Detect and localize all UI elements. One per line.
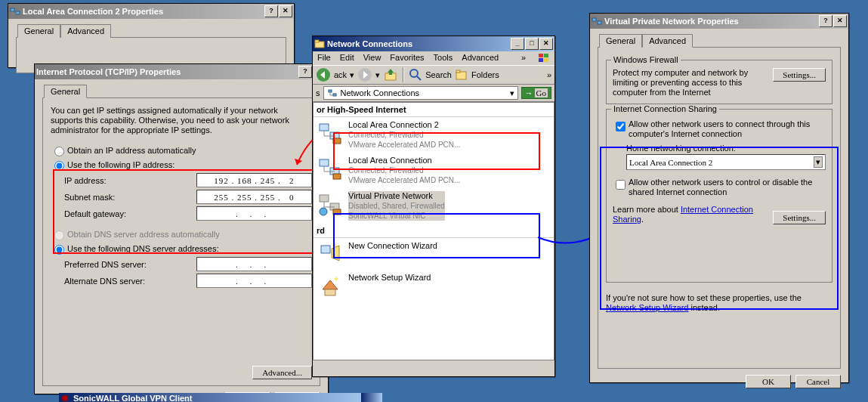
ip-label: IP address:	[64, 176, 196, 185]
use-following-radio[interactable]	[54, 161, 64, 171]
menu-edit[interactable]: Edit	[340, 53, 354, 63]
list-item-new-conn-wizard[interactable]: New Connection Wizard	[314, 238, 554, 270]
help-button[interactable]: ?	[264, 5, 278, 17]
svg-rect-6	[539, 54, 543, 57]
sonicwall-icon	[60, 393, 71, 402]
netconn-titlebar[interactable]: Network Connections _ □ ✕	[313, 36, 554, 51]
ok-button[interactable]: OK	[746, 375, 791, 388]
svg-rect-28	[333, 174, 341, 179]
gateway-label: Default gateway:	[64, 209, 196, 218]
svg-rect-37	[598, 21, 601, 24]
tab-advanced[interactable]: Advanced	[642, 34, 693, 48]
list-item-lac2[interactable]: Local Area Connection 2 Connected, Firew…	[314, 117, 554, 153]
netconn-title: Network Connections	[327, 39, 412, 48]
ics-control-checkbox[interactable]	[616, 180, 626, 190]
up-icon[interactable]	[383, 67, 398, 82]
lac2-window: Local Area Connection 2 Properties ? ✕ G…	[8, 3, 295, 68]
help-button[interactable]: ?	[819, 15, 832, 27]
close-button[interactable]: ✕	[539, 38, 553, 50]
menu-favorites[interactable]: Favorites	[390, 53, 424, 63]
alt-dns-input[interactable]	[196, 274, 312, 288]
dropdown-icon[interactable]: ▾	[814, 156, 823, 168]
back-icon[interactable]	[316, 67, 331, 82]
chevron-right-icon[interactable]: »	[521, 53, 526, 63]
max-button[interactable]: □	[525, 38, 539, 50]
menu-view[interactable]: View	[363, 53, 381, 63]
folders-icon[interactable]	[455, 68, 468, 82]
lac2-title: Local Area Connection 2 Properties	[23, 7, 163, 16]
obtain-auto-radio[interactable]	[54, 147, 64, 156]
cancel-button[interactable]: Cancel	[795, 375, 841, 388]
lan-connected-icon	[318, 156, 344, 181]
gateway-input[interactable]	[196, 206, 312, 221]
use-following-dns-row[interactable]: Use the following DNS server addresses:	[51, 243, 312, 255]
taskbar-fragment: SonicWALL Global VPN Client	[59, 393, 376, 402]
pref-dns-input[interactable]	[196, 257, 312, 271]
back-label[interactable]: ack	[334, 70, 347, 79]
tab-general[interactable]: General	[17, 24, 60, 38]
use-following-row[interactable]: Use the following IP address:	[51, 159, 312, 171]
search-icon[interactable]	[409, 68, 422, 82]
menubar: File Edit View Favorites Tools Advanced …	[313, 51, 554, 66]
net-setup-link[interactable]: Network Setup Wizard	[606, 303, 688, 312]
dropdown-icon[interactable]: ▾	[510, 88, 514, 98]
menu-advanced[interactable]: Advanced	[462, 53, 499, 63]
search-label[interactable]: Search	[425, 70, 452, 79]
learn-more: Learn more about Internet Connection Sha…	[613, 205, 767, 224]
close-button[interactable]: ✕	[833, 15, 847, 27]
lac2-titlebar[interactable]: Local Area Connection 2 Properties ? ✕	[8, 4, 294, 19]
connection-list[interactable]: or High-Speed Internet Local Area Connec…	[313, 102, 554, 360]
chevron-right-icon[interactable]: »	[547, 70, 551, 79]
tab-general[interactable]: General	[44, 85, 87, 98]
forward-dropdown-icon[interactable]: ▾	[375, 70, 380, 80]
list-item-vpn[interactable]: Virtual Private Network Disabled, Shared…	[314, 188, 554, 224]
sonicwall-label[interactable]: SonicWALL Global VPN Client	[73, 394, 192, 402]
list-item-net-setup-wizard[interactable]: Network Setup Wizard	[314, 270, 554, 302]
ip-input[interactable]	[196, 173, 312, 187]
advanced-button[interactable]: Advanced...	[252, 366, 312, 379]
tab-advanced[interactable]: Advanced	[60, 24, 111, 38]
svg-rect-29	[320, 195, 329, 202]
svg-rect-36	[592, 18, 596, 21]
vpn-titlebar[interactable]: Virtual Private Network Properties ? ✕	[590, 14, 848, 29]
group-header-lan: or High-Speed Internet	[314, 103, 554, 117]
network-icon	[592, 16, 602, 26]
list-item-lac[interactable]: Local Area Connection Connected, Firewal…	[314, 153, 554, 188]
tab-general[interactable]: General	[599, 34, 642, 48]
network-icon	[10, 6, 20, 17]
netconn-icon	[327, 88, 338, 98]
obtain-auto-row[interactable]: Obtain an IP address automatically	[51, 144, 312, 156]
fw-settings-button[interactable]: Settings...	[773, 68, 826, 82]
toolbar: ack ▾ ▾ Search Folders »	[313, 66, 554, 85]
forward-icon[interactable]	[357, 67, 372, 82]
back-dropdown-icon[interactable]: ▾	[350, 70, 354, 80]
alt-dns-label: Alternate DNS server:	[64, 277, 196, 286]
obtain-dns-auto-radio	[54, 230, 64, 240]
svg-rect-7	[544, 54, 548, 57]
min-button[interactable]: _	[511, 38, 524, 50]
list-item-name: Virtual Private Network	[348, 191, 433, 200]
help-button[interactable]: ?	[298, 66, 312, 78]
home-net-select[interactable]: Local Area Connection 2 ▾	[626, 154, 826, 170]
go-button[interactable]: →Go	[521, 87, 551, 99]
svg-point-38	[62, 395, 68, 401]
subnet-input[interactable]	[196, 190, 312, 204]
menu-tools[interactable]: Tools	[434, 53, 453, 63]
use-following-dns-radio[interactable]	[54, 245, 64, 255]
menu-file[interactable]: File	[317, 53, 331, 63]
netconn-window: Network Connections _ □ ✕ File Edit View…	[312, 36, 555, 377]
svg-rect-35	[325, 289, 335, 295]
svg-rect-23	[333, 138, 341, 144]
netsetup-wizard-icon	[318, 273, 344, 298]
list-item-name: Local Area Connection 2	[348, 120, 460, 130]
home-net-value: Local Area Connection 2	[629, 158, 712, 167]
svg-rect-33	[333, 209, 341, 215]
ics-allow-checkbox[interactable]	[616, 122, 626, 131]
close-button[interactable]: ✕	[279, 5, 292, 17]
address-input[interactable]: Network Connections ▾	[323, 86, 518, 100]
tcpip-titlebar[interactable]: Internet Protocol (TCP/IP) Properties ? …	[35, 64, 328, 79]
folders-label[interactable]: Folders	[471, 70, 499, 79]
obtain-dns-auto-label: Obtain DNS server address automatically	[67, 230, 220, 239]
ics-settings-button[interactable]: Settings...	[773, 211, 826, 224]
obtain-auto-label: Obtain an IP address automatically	[67, 146, 196, 155]
